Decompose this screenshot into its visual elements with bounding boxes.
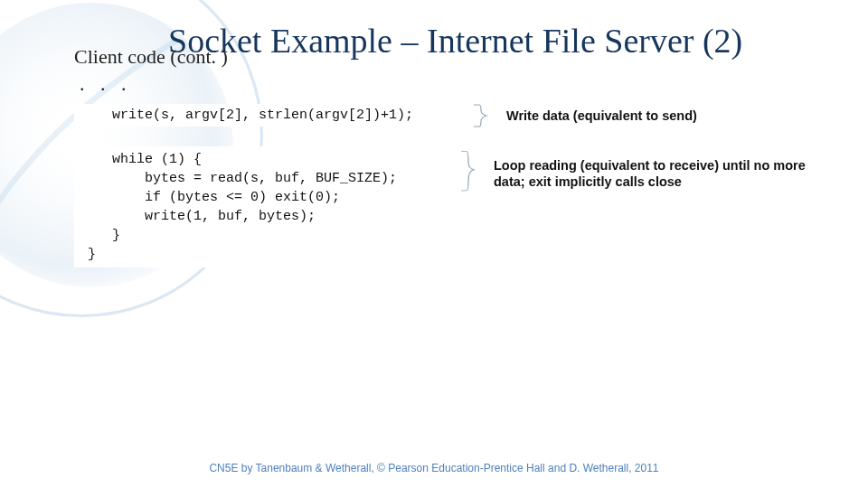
slide-content: Socket Example – Internet File Server (2… [0,0,868,488]
footer-citation: CN5E by Tanenbaum & Wetherall, © Pearson… [0,462,868,475]
brace-icon [459,150,477,211]
code-block-1: write(s, argv[2], strlen(argv[2])+1); [74,104,472,127]
brace-icon [472,103,490,128]
slide-title: Socket Example – Internet File Server (2… [168,22,837,61]
ellipsis: . . . [80,72,837,96]
code-row-2: while (1) { bytes = read(s, buf, BUF_SIZ… [74,146,837,267]
annotation-2: Loop reading (equivalent to receive) unt… [494,157,837,190]
annotation-1: Write data (equivalent to send) [506,108,697,124]
code-block-2: while (1) { bytes = read(s, buf, BUF_SIZ… [74,146,459,267]
code-row-1: write(s, argv[2], strlen(argv[2])+1); Wr… [74,103,837,128]
